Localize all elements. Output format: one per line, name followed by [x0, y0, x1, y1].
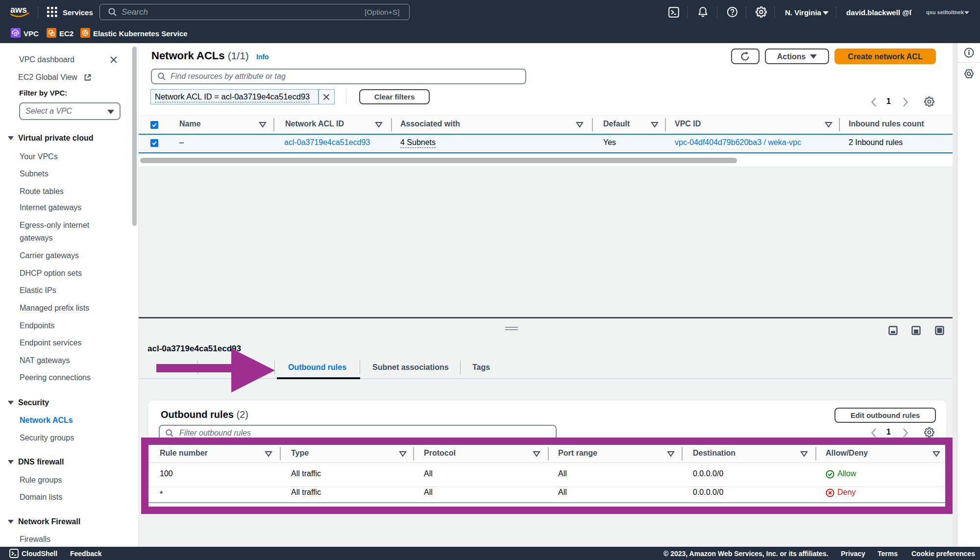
svg-text:aws: aws — [10, 5, 27, 15]
